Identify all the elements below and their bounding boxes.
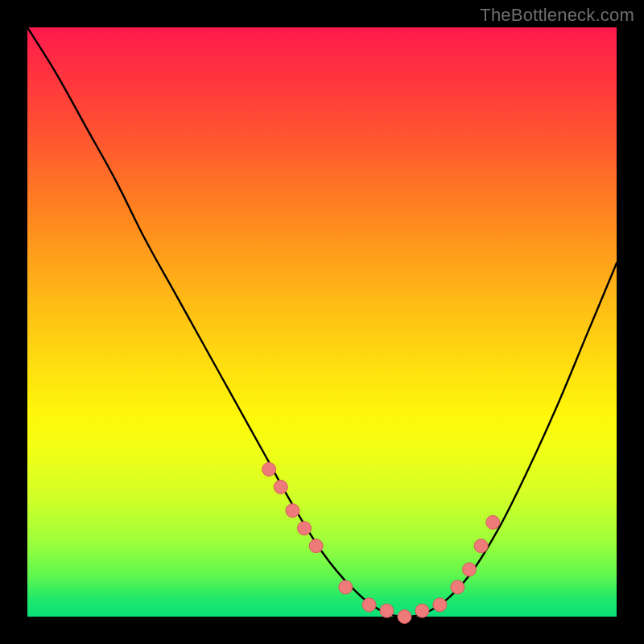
bottleneck-curve bbox=[27, 27, 617, 617]
marker-point bbox=[433, 598, 447, 612]
marker-point bbox=[309, 539, 323, 553]
marker-point bbox=[463, 563, 477, 576]
watermark-text: TheBottleneck.com bbox=[480, 5, 634, 26]
marker-point bbox=[262, 463, 276, 477]
marker-point bbox=[339, 580, 353, 594]
marker-point bbox=[274, 480, 287, 493]
marker-point bbox=[486, 515, 500, 529]
marker-point bbox=[415, 604, 429, 617]
marker-point bbox=[380, 604, 394, 617]
chart-svg bbox=[27, 27, 617, 617]
chart-stage: TheBottleneck.com bbox=[0, 0, 644, 644]
highlight-markers bbox=[262, 463, 500, 624]
marker-point bbox=[474, 539, 488, 553]
plot-area bbox=[27, 27, 617, 617]
marker-point bbox=[451, 580, 464, 594]
marker-point bbox=[362, 598, 376, 612]
marker-point bbox=[298, 522, 312, 535]
marker-point bbox=[398, 610, 411, 624]
marker-point bbox=[286, 504, 299, 518]
